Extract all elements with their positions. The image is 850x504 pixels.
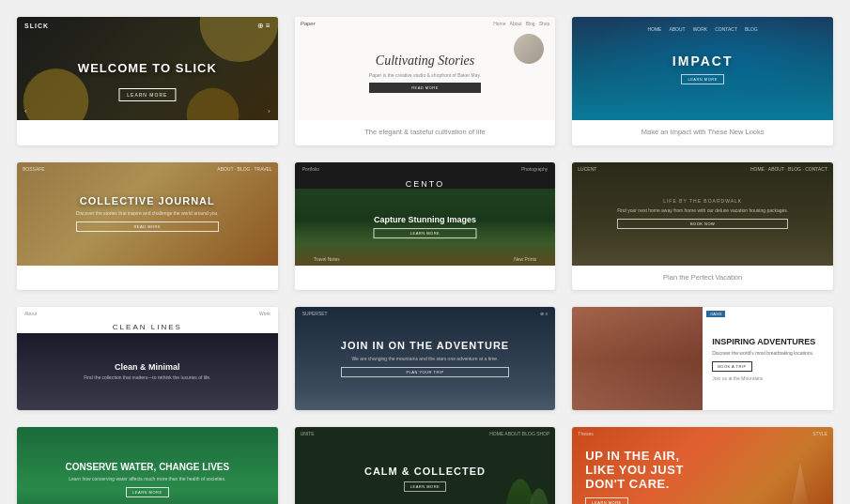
card12-silhouette-decoration <box>767 455 833 504</box>
card9-text-area: OASIS INSPIRING ADVENTURES Discover the … <box>703 307 833 410</box>
card8-title: JOIN IN ON THE ADVENTURE <box>341 340 509 352</box>
card5-header: Portfolio Photography <box>295 166 556 172</box>
card2-read-more-button[interactable]: READ MORE <box>369 83 481 93</box>
card6-book-now-button[interactable]: BOOK NOW <box>617 219 788 229</box>
card6-caption: Plan the Perfect Vacation <box>572 266 833 291</box>
card3-title: IMPACT <box>672 53 734 69</box>
card9-photo <box>572 307 703 410</box>
card8-header: SUPERSET ⊕ ≡ <box>295 311 556 316</box>
card1-learn-more-button[interactable]: LEARN MORE <box>118 88 176 101</box>
card-slick[interactable]: SLICK ⊕ ≡ WELCOME TO SLICK LEARN MORE ‹ … <box>17 17 278 145</box>
card12-title: UP IN THE AIR, LIKE YOU JUST DON'T CARE. <box>585 450 684 492</box>
card3-overlay <box>572 17 833 120</box>
card11-learn-more-button[interactable]: LEARN MORE <box>404 481 446 492</box>
card-paper[interactable]: Paper Home About Blog Shop Cultivating S… <box>295 17 556 145</box>
card11-header: UNITE HOME ABOUT BLOG SHOP <box>295 431 556 436</box>
card5-bottom: Travel Notes New Prints <box>295 256 556 262</box>
card4-subtitle: Discover the stories that inspire and ch… <box>76 210 219 217</box>
card-lucent[interactable]: LUCENT HOME · ABOUT · BLOG · CONTACT LIF… <box>572 162 833 291</box>
card11-nav: HOME ABOUT BLOG SHOP <box>489 431 549 436</box>
card4-logo: BOSSAFE <box>23 166 45 172</box>
card8-plan-trip-button[interactable]: PLAN YOUR TRIP <box>341 367 509 377</box>
card7-image-area: Clean & Minimal Find the collection that… <box>17 333 278 410</box>
card3-learn-more-button[interactable]: LEARN MORE <box>681 74 723 84</box>
card1-arrows: ‹ › <box>17 107 278 115</box>
card6-content: LIFE BY THE BOARDWALK Find your next hom… <box>617 198 788 229</box>
card6-logo: LUCENT <box>578 166 596 172</box>
card11-background: UNITE HOME ABOUT BLOG SHOP CALM & COLLEC… <box>295 427 556 504</box>
card2-caption-text: The elegant & tasteful cultivation of li… <box>364 128 485 136</box>
card5-capture-text: Capture Stunning Images <box>374 215 476 225</box>
card5-background: Portfolio Photography CENTO Capture Stun… <box>295 162 556 266</box>
card7-title-area: CLEAN LINES <box>17 316 278 333</box>
card5-caption <box>295 266 556 286</box>
card4-content: COLLECTIVE JOURNAL Discover the stories … <box>76 195 219 232</box>
card6-nav: HOME · ABOUT · BLOG · CONTACT <box>750 166 827 172</box>
card2-circle-decoration <box>514 34 544 64</box>
card1-background: SLICK ⊕ ≡ WELCOME TO SLICK LEARN MORE ‹ … <box>17 17 278 120</box>
card12-learn-more-button[interactable]: LEARN MORE <box>585 497 627 504</box>
card4-nav: ABOUT · BLOG · TRAVEL <box>217 166 271 172</box>
card11-logo: UNITE <box>301 431 315 436</box>
card5-learn-more-button[interactable]: LEARN MORE <box>374 228 476 238</box>
card12-logo: Theses <box>578 431 593 436</box>
card1-next-icon: › <box>268 107 270 115</box>
card3-caption: Make an Impact with These New Looks <box>572 120 833 145</box>
card6-background: LUCENT HOME · ABOUT · BLOG · CONTACT LIF… <box>572 162 833 266</box>
card7-background: About Work CLEAN LINES Clean & Minimal F… <box>17 307 278 410</box>
card5-image-area: Capture Stunning Images LEARN MORE <box>295 189 556 266</box>
card12-header: Theses STYLE <box>572 431 833 436</box>
card8-background: SUPERSET ⊕ ≡ JOIN IN ON THE ADVENTURE We… <box>295 307 556 410</box>
card-conserve-water[interactable]: CONSERVE WATER, CHANGE LIVES Learn how c… <box>17 427 278 504</box>
card8-content: JOIN IN ON THE ADVENTURE We are changing… <box>341 340 509 377</box>
card9-background: OASIS INSPIRING ADVENTURES Discover the … <box>572 307 833 410</box>
card2-header: Paper Home About Blog Shop <box>295 21 556 26</box>
card6-eyebrow: LIFE BY THE BOARDWALK <box>617 198 788 204</box>
card-superset[interactable]: SUPERSET ⊕ ≡ JOIN IN ON THE ADVENTURE We… <box>295 307 556 410</box>
card1-logo: SLICK <box>24 23 49 29</box>
card-clean-lines[interactable]: About Work CLEAN LINES Clean & Minimal F… <box>17 307 278 410</box>
card1-icons: ⊕ ≡ <box>257 22 270 30</box>
card-theses[interactable]: Theses STYLE UP IN THE AIR, LIKE YOU JUS… <box>572 427 833 504</box>
card9-book-trip-button[interactable]: BOOK A TRIP <box>712 361 752 372</box>
card1-title: WELCOME TO SLICK <box>78 61 217 76</box>
card11-title: CALM & COLLECTED <box>364 466 486 477</box>
card6-subtitle: Find your next home away from home with … <box>617 207 788 214</box>
card7-main-subtitle: Find the collection that matters—to reth… <box>84 374 210 381</box>
card8-logo: SUPERSET <box>302 311 328 316</box>
card4-background: BOSSAFE ABOUT · BLOG · TRAVEL COLLECTIVE… <box>17 162 278 266</box>
card6-header: LUCENT HOME · ABOUT · BLOG · CONTACT <box>572 166 833 172</box>
card-oasis[interactable]: OASIS INSPIRING ADVENTURES Discover the … <box>572 307 833 410</box>
card-collective-journal[interactable]: BOSSAFE ABOUT · BLOG · TRAVEL COLLECTIVE… <box>17 162 278 291</box>
card1-prev-icon: ‹ <box>24 107 27 115</box>
card5-caption1: Travel Notes <box>314 256 340 262</box>
card9-badge: OASIS <box>706 311 725 317</box>
card4-header: BOSSAFE ABOUT · BLOG · TRAVEL <box>17 166 278 172</box>
card5-nav1: Portfolio <box>302 166 319 172</box>
card9-locations: Join us at the Mountains <box>712 375 824 381</box>
card8-icons: ⊕ ≡ <box>540 311 548 316</box>
card8-subtitle: We are changing the mountains and the st… <box>341 356 509 362</box>
card-impact[interactable]: HOME ABOUT WORK CONTACT BLOG IMPACT LEAR… <box>572 17 833 145</box>
card5-title: CENTO <box>406 179 444 189</box>
card4-read-more-button[interactable]: READ MORE <box>76 221 219 232</box>
card10-title: CONSERVE WATER, CHANGE LIVES <box>56 461 240 473</box>
card9-heading: INSPIRING ADVENTURES <box>712 337 824 347</box>
card4-title: COLLECTIVE JOURNAL <box>76 195 219 206</box>
card-unite[interactable]: UNITE HOME ABOUT BLOG SHOP CALM & COLLEC… <box>295 427 556 504</box>
card3-nav: HOME ABOUT WORK CONTACT BLOG <box>572 26 833 32</box>
card2-nav: Home About Blog Shop <box>493 21 549 26</box>
card2-caption: The elegant & tasteful cultivation of li… <box>295 120 556 145</box>
card7-main-title: Clean & Minimal <box>115 362 180 372</box>
theme-gallery: SLICK ⊕ ≡ WELCOME TO SLICK LEARN MORE ‹ … <box>0 0 850 504</box>
card2-title: Cultivating Stories <box>369 53 481 69</box>
card5-nav2: Photography <box>521 166 548 172</box>
card12-background: Theses STYLE UP IN THE AIR, LIKE YOU JUS… <box>572 427 833 504</box>
card-cento[interactable]: Portfolio Photography CENTO Capture Stun… <box>295 162 556 291</box>
card2-logo: Paper <box>301 21 316 26</box>
card10-learn-more-button[interactable]: LEARN MORE <box>126 487 168 497</box>
card10-subtitle: Learn how conserving water affects much … <box>57 476 237 482</box>
card3-caption-text: Make an Impact with These New Looks <box>641 128 765 136</box>
card5-caption-inner: Capture Stunning Images LEARN MORE <box>374 215 476 239</box>
card7-site-title: CLEAN LINES <box>113 323 182 331</box>
